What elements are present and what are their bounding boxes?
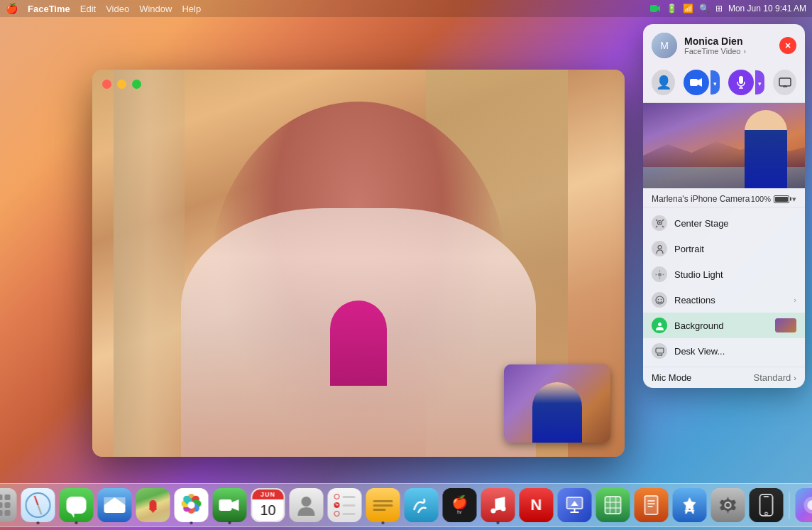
menubar-help[interactable]: Help [182, 4, 201, 14]
menu-item-portrait[interactable]: Portrait [643, 236, 805, 261]
photos-dot [190, 521, 193, 524]
dock-icon-freeform[interactable] [405, 488, 439, 522]
apple-menu[interactable]: 🍎 [6, 3, 18, 14]
preview-person-area [741, 107, 791, 188]
lp-dot [0, 510, 3, 516]
facetime-dock-dot [229, 521, 231, 524]
menu-item-center-stage[interactable]: Center Stage [643, 210, 805, 236]
dock-icon-siri[interactable] [796, 488, 813, 522]
dock-icon-safari[interactable] [21, 488, 55, 522]
menu-item-desk-view[interactable]: Desk View... [643, 338, 805, 364]
camera-effects-menu: Center Stage Portrait Stu [643, 207, 805, 367]
mic-mode-label: Mic Mode [652, 372, 691, 383]
person-button[interactable]: 👤 [652, 70, 675, 95]
menubar-video[interactable]: Video [106, 4, 129, 14]
camera-name: Marlena's iPhone Camera [652, 194, 750, 204]
mic-button[interactable] [728, 70, 754, 95]
svg-marker-34 [232, 499, 239, 511]
iphone-mirror-bg [750, 488, 784, 522]
menubar-control-center[interactable]: ⊞ [715, 4, 723, 13]
rem-line [343, 504, 356, 507]
dock-icon-photos[interactable] [175, 488, 209, 522]
dock-icon-keynote[interactable] [558, 488, 592, 522]
rem-circle-done [334, 502, 340, 508]
dock-icon-messages[interactable] [60, 488, 94, 522]
dock-icon-appstore[interactable] [673, 488, 707, 522]
panel-video-preview [643, 103, 805, 188]
lp-dot [5, 510, 11, 516]
controls-row: 👤 ▾ [643, 64, 805, 103]
menubar-search[interactable]: 🔍 [699, 4, 710, 13]
contact-avatar: M [652, 33, 677, 58]
facetime-menubar-icon[interactable] [649, 4, 661, 13]
calendar-header: JUN [253, 490, 284, 499]
self-view-thumbnail[interactable] [504, 364, 610, 443]
dock-icon-settings[interactable] [711, 488, 745, 522]
compass-needle-gray [38, 505, 43, 515]
traffic-lights [102, 80, 141, 89]
safari-compass [26, 492, 51, 518]
svg-point-35 [302, 497, 312, 507]
calendar-day-area: 10 [260, 499, 275, 521]
news-n-icon: N [531, 496, 542, 514]
reactions-svg [655, 296, 664, 305]
close-button-dot[interactable] [102, 80, 111, 89]
music-dot [497, 521, 500, 524]
fullscreen-button-dot[interactable] [132, 80, 141, 89]
bg-thumb-img [775, 318, 796, 332]
appletv-logo: 🍎 tv [452, 496, 468, 514]
share-screen-button[interactable] [773, 70, 796, 95]
svg-rect-4 [739, 76, 743, 84]
menubar-window[interactable]: Window [139, 4, 172, 14]
menu-item-studio-light[interactable]: Studio Light [643, 261, 805, 287]
reactions-icon [652, 292, 667, 308]
mic-chevron[interactable]: ▾ [755, 70, 764, 94]
portrait-svg [655, 244, 664, 254]
camera-expand-chevron[interactable]: ▾ [792, 195, 796, 204]
dock-icon-music[interactable] [481, 488, 515, 522]
dock-icon-reminders[interactable] [328, 488, 362, 522]
minimize-button-dot[interactable] [117, 80, 126, 89]
note-line [373, 509, 386, 511]
desk-view-svg [655, 347, 664, 356]
dock-icon-iphone-mirroring[interactable] [750, 488, 784, 522]
siri-orb [804, 497, 813, 514]
menubar-app-name[interactable]: FaceTime [28, 4, 70, 14]
video-chevron[interactable]: ▾ [710, 70, 720, 94]
dock-icon-contacts[interactable] [290, 488, 324, 522]
center-stage-icon [652, 215, 667, 231]
studio-light-svg [655, 270, 664, 279]
dock-icon-numbers[interactable] [596, 488, 630, 522]
notes-dot [382, 521, 385, 524]
video-icon [690, 77, 703, 87]
menubar-edit[interactable]: Edit [80, 4, 96, 14]
svg-point-12 [658, 245, 662, 249]
safari-dot [37, 521, 40, 524]
menu-item-background[interactable]: Background [643, 313, 805, 338]
mail-flap-r [115, 497, 126, 505]
contact-type: FaceTime Video › [684, 47, 772, 55]
dock-icon-notes[interactable] [366, 488, 400, 522]
dock-icon-news[interactable]: N [520, 488, 554, 522]
dock-icon-maps[interactable] [136, 488, 170, 522]
pin-tail [150, 509, 157, 513]
mic-mode-row[interactable]: Mic Mode Standard › [643, 367, 805, 388]
rem-line [343, 513, 356, 515]
menu-item-reactions[interactable]: Reactions › [643, 287, 805, 313]
dock-icon-launchpad[interactable] [0, 488, 17, 522]
close-call-button[interactable]: × [779, 37, 796, 54]
facetime-window [92, 70, 625, 457]
svg-point-58 [765, 512, 768, 515]
dock-icon-appletv[interactable]: 🍎 tv [443, 488, 477, 522]
background-svg [655, 321, 664, 330]
dock-icon-mail[interactable] [98, 488, 132, 522]
compass-needle-red [34, 496, 39, 506]
rem-line [343, 496, 356, 498]
video-button[interactable] [684, 70, 709, 95]
dock-icon-calendar[interactable]: JUN 10 [251, 488, 285, 522]
dock-icon-pages[interactable] [635, 488, 669, 522]
studio-light-label: Studio Light [674, 269, 796, 280]
lp-dot [0, 494, 3, 500]
dock-icon-facetime[interactable] [213, 488, 247, 522]
settings-bg [711, 488, 745, 522]
